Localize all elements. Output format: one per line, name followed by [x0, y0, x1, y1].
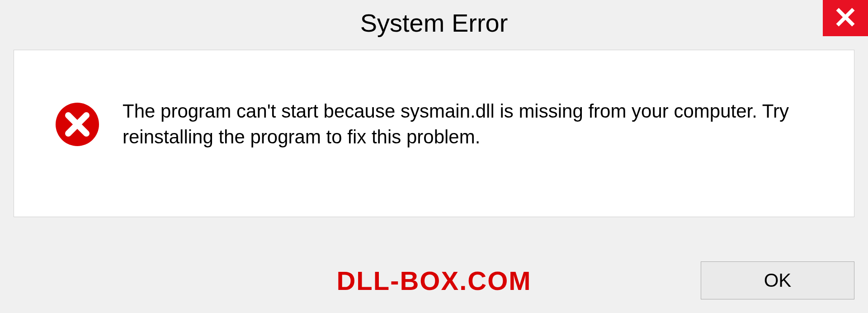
close-icon	[835, 7, 855, 29]
error-message: The program can't start because sysmain.…	[123, 99, 836, 150]
close-button[interactable]	[823, 0, 868, 36]
watermark-text: DLL-BOX.COM	[336, 266, 531, 296]
ok-button[interactable]: OK	[701, 261, 854, 299]
dialog-content: The program can't start because sysmain.…	[14, 50, 854, 217]
error-icon	[55, 102, 100, 147]
titlebar: System Error	[0, 0, 868, 45]
dialog-title: System Error	[360, 8, 508, 38]
dialog-footer: DLL-BOX.COM OK	[14, 261, 854, 299]
